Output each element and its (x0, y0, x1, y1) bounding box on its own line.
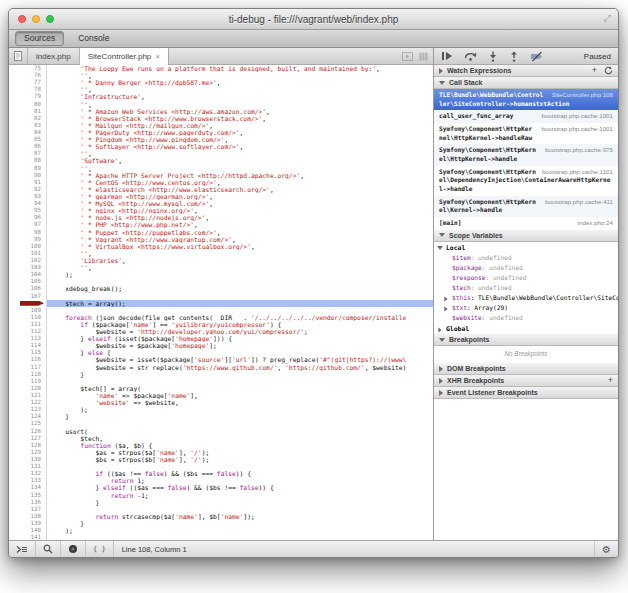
close-tab-icon[interactable]: × (155, 53, 160, 61)
gutter-line-number[interactable]: 132 (9, 470, 47, 477)
gutter-line-number[interactable]: 130 (9, 456, 47, 463)
gutter-line-number[interactable]: 134 (9, 484, 47, 491)
gutter-line-number[interactable]: 138 (9, 513, 47, 520)
gutter-line-number[interactable]: 127 (9, 435, 47, 442)
call-stack-header[interactable]: Call Stack (434, 77, 618, 89)
gutter-line-number[interactable]: 121 (9, 392, 47, 399)
tab-sources[interactable]: Sources (15, 31, 64, 46)
refresh-watch-button[interactable] (604, 66, 613, 75)
gutter-line-number[interactable]: 77 (9, 79, 47, 86)
gutter-line-number[interactable]: 101 (9, 250, 47, 257)
close-window-button[interactable] (18, 15, 26, 23)
scope-variable[interactable]: $this: TLE\Bundle\WebBundle\Controller\S… (434, 293, 618, 303)
gutter-line-number[interactable]: 111 (9, 321, 47, 328)
file-tab-index-php[interactable]: index.php (28, 48, 80, 64)
watch-expressions-header[interactable]: Watch Expressions + (434, 65, 618, 77)
gutter-line-number[interactable]: 83 (9, 122, 47, 129)
gutter-line-number[interactable]: 81 (9, 108, 47, 115)
gutter-line-number[interactable]: 128 (9, 442, 47, 449)
callstack-frame[interactable]: SiteController.php:108TLE\Bundle\WebBund… (434, 89, 618, 110)
search-button[interactable] (36, 541, 61, 557)
step-over-button[interactable] (464, 51, 477, 61)
navigator-toggle-button[interactable] (9, 48, 28, 64)
console-toggle-button[interactable] (9, 541, 36, 557)
file-tab-sitecontroller-php[interactable]: SiteController.php × (80, 48, 169, 65)
step-out-button[interactable] (509, 51, 519, 62)
gutter-line-number[interactable]: 110 (9, 314, 47, 321)
gutter-line-number[interactable]: 118 (9, 371, 47, 378)
gutter-line-number[interactable]: 95 (9, 207, 47, 214)
add-xhr-breakpoint-button[interactable]: + (608, 376, 613, 385)
gutter-line-number[interactable]: 75 (9, 65, 47, 72)
gutter-line-number[interactable]: 88 (9, 157, 47, 164)
gutter-line-number[interactable]: 85 (9, 136, 47, 143)
local-scope-toggle[interactable]: Local (434, 242, 618, 253)
gutter-line-number[interactable]: 136 (9, 499, 47, 506)
dom-breakpoints-header[interactable]: DOM Breakpoints (434, 363, 618, 375)
gutter-line-number[interactable]: 114 (9, 342, 47, 349)
gutter-line-number[interactable]: 126 (9, 428, 47, 435)
gutter-line-number[interactable]: 99 (9, 236, 47, 243)
gutter-line-number[interactable]: 119 (9, 378, 47, 385)
gutter-line-number[interactable]: 109 (9, 307, 47, 314)
gutter-line-number[interactable]: 135 (9, 492, 47, 499)
gutter-line-number[interactable]: 93 (9, 193, 47, 200)
callstack-frame[interactable]: index.php:24[main] (434, 217, 618, 230)
gutter-line-number[interactable]: 129 (9, 449, 47, 456)
step-into-button[interactable] (488, 51, 498, 62)
breakpoints-header[interactable]: Breakpoints (434, 334, 618, 346)
gutter-line-number[interactable]: 137 (9, 506, 47, 513)
scope-variable[interactable]: $txt: Array(29) (434, 303, 618, 313)
callstack-frame[interactable]: bootstrap.php.cache:1001call_user_func_a… (434, 110, 618, 123)
gutter-line-number[interactable]: 140 (9, 527, 47, 534)
columns-icon[interactable] (419, 52, 428, 61)
gutter-line-number[interactable]: 103 (9, 264, 47, 271)
gutter-line-number[interactable]: 124 (9, 413, 47, 420)
gutter-line-number[interactable]: 82 (9, 115, 47, 122)
gutter-line-number[interactable]: 120 (9, 385, 47, 392)
gutter-line-number[interactable]: 117 (9, 364, 47, 371)
gutter-line-number[interactable]: 84 (9, 129, 47, 136)
gutter-line-number[interactable]: 90 (9, 172, 47, 179)
activity-button[interactable] (61, 541, 86, 557)
add-watch-button[interactable]: + (592, 66, 597, 75)
title-bar[interactable]: ti-debug - file:///vagrant/web/index.php… (9, 9, 618, 30)
scope-variables-header[interactable]: Scope Variables (434, 230, 618, 242)
gutter-line-number[interactable]: 131 (9, 463, 47, 470)
pretty-print-button[interactable]: { } (86, 541, 114, 557)
gutter-line-number[interactable]: 76 (9, 72, 47, 79)
code-area[interactable]: 75 'The Loopy Ewe runs on a platform tha… (9, 65, 433, 542)
gutter-line-number[interactable]: 133 (9, 477, 47, 484)
gutter-line-number[interactable]: 80 (9, 101, 47, 108)
resume-button[interactable] (441, 51, 453, 61)
callstack-frame[interactable]: bootstrap.php.cache:975Symfony\Component… (434, 144, 618, 165)
gutter-line-number[interactable]: 94 (9, 200, 47, 207)
gutter-line-number[interactable]: 105 (9, 278, 47, 285)
gutter-line-number[interactable]: 79 (9, 93, 47, 100)
gutter-line-number[interactable]: 113 (9, 335, 47, 342)
global-scope-toggle[interactable]: Global (434, 323, 618, 334)
gutter-line-number[interactable]: 139 (9, 520, 47, 527)
gutter-line-number[interactable]: 112 (9, 328, 47, 335)
gutter-line-number[interactable]: 92 (9, 186, 47, 193)
gutter-line-number[interactable]: 100 (9, 243, 47, 250)
gutter-line-number[interactable]: 91 (9, 179, 47, 186)
gutter-line-number[interactable]: 123 (9, 406, 47, 413)
gutter-line-number[interactable]: 104 (9, 271, 47, 278)
gutter-line-number[interactable] (9, 300, 47, 307)
gutter-line-number[interactable]: 87 (9, 150, 47, 157)
zoom-window-button[interactable] (46, 15, 54, 23)
settings-gear-button[interactable]: ⚙ (594, 541, 618, 557)
gutter-line-number[interactable]: 97 (9, 221, 47, 228)
gutter-line-number[interactable]: 78 (9, 86, 47, 93)
gutter-line-number[interactable]: 125 (9, 420, 47, 427)
gutter-line-number[interactable]: 122 (9, 399, 47, 406)
gutter-line-number[interactable]: 86 (9, 143, 47, 150)
gutter-line-number[interactable]: 106 (9, 285, 47, 292)
event-listener-breakpoints-header[interactable]: Event Listener Breakpoints (434, 387, 618, 399)
gutter-line-number[interactable]: 102 (9, 257, 47, 264)
tab-console[interactable]: Console (69, 31, 118, 46)
gutter-line-number[interactable]: 96 (9, 214, 47, 221)
callstack-frame[interactable]: bootstrap.php.cache:1101Symfony\Componen… (434, 166, 618, 196)
deactivate-breakpoints-button[interactable] (530, 51, 544, 62)
